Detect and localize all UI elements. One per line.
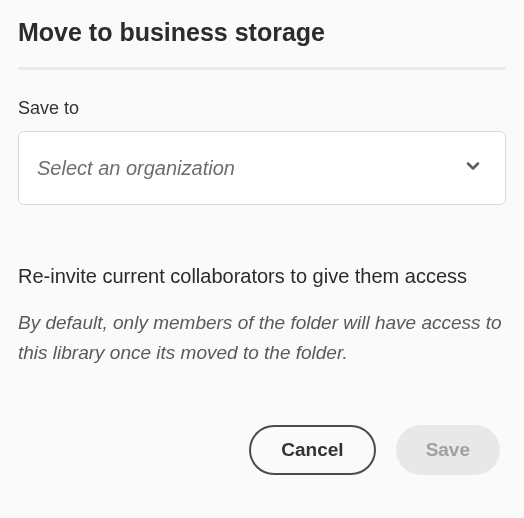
save-button[interactable]: Save: [396, 425, 500, 475]
divider: [18, 67, 506, 70]
save-to-label: Save to: [18, 98, 506, 119]
dialog-actions: Cancel Save: [18, 425, 506, 475]
organization-select[interactable]: Select an organization: [18, 131, 506, 205]
dialog-title: Move to business storage: [18, 18, 506, 47]
cancel-button[interactable]: Cancel: [249, 425, 375, 475]
organization-select-placeholder: Select an organization: [37, 157, 235, 180]
reinvite-heading: Re-invite current collaborators to give …: [18, 265, 506, 288]
chevron-down-icon: [463, 156, 483, 180]
reinvite-description: By default, only members of the folder w…: [18, 308, 506, 369]
